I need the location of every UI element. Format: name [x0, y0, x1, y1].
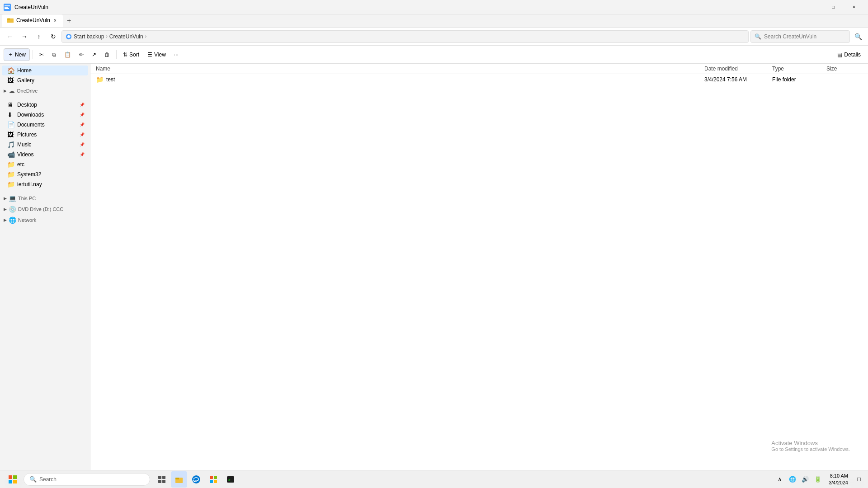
copy-button[interactable]: ⧉ [48, 48, 60, 61]
sidebar-item-music[interactable]: 🎵 Music 📌 [2, 140, 88, 150]
table-row[interactable]: 📁 test 3/4/2024 7:56 AM File folder [90, 74, 868, 85]
details-button[interactable]: ▤ Details [834, 50, 864, 60]
sidebar-gallery-label: Gallery [17, 77, 34, 84]
share-button[interactable]: ↗ [88, 48, 100, 61]
forward-button[interactable]: → [18, 30, 31, 43]
close-button[interactable]: × [844, 0, 864, 14]
sidebar-dvd-label: DVD Drive (D:) CCC [18, 206, 63, 212]
search-input[interactable] [764, 33, 846, 40]
svg-rect-22 [210, 480, 213, 483]
volume-tray-icon[interactable]: 🔊 [800, 474, 811, 485]
sidebar-group-dvd[interactable]: ▶ 💿 DVD Drive (D:) CCC [0, 204, 90, 215]
store-icon [209, 475, 218, 484]
system32-icon: 📁 [7, 171, 14, 178]
active-tab[interactable]: CreateUnVuln × [2, 14, 63, 27]
minimize-button[interactable]: − [802, 0, 823, 14]
terminal-icon: >_ [226, 475, 235, 484]
edge-taskbar-button[interactable] [188, 471, 204, 488]
file-list: 📁 test 3/4/2024 7:56 AM File folder [90, 74, 868, 85]
home-icon: 🏠 [7, 67, 14, 74]
network-tray-icon[interactable]: 🌐 [787, 474, 798, 485]
store-taskbar-button[interactable] [205, 471, 222, 488]
sidebar-documents-label: Documents [17, 122, 45, 128]
col-size[interactable]: Size [826, 66, 863, 72]
maximize-button[interactable]: □ [823, 0, 844, 14]
search-button[interactable]: 🔍 [852, 30, 864, 43]
sidebar-iertutil-label: iertutil.nay [17, 181, 42, 188]
onedrive-chevron: ▶ [4, 89, 7, 93]
sidebar-pictures-label: Pictures [17, 131, 37, 138]
new-icon: ＋ [8, 51, 13, 58]
svg-rect-12 [13, 480, 17, 483]
sidebar-group-this-pc[interactable]: ▶ 💻 This PC [0, 193, 90, 204]
col-date[interactable]: Date modified [704, 66, 772, 72]
start-button[interactable] [4, 471, 22, 488]
svg-rect-10 [13, 475, 17, 479]
tab-close-btn[interactable]: × [53, 17, 57, 24]
network-icon: 🌐 [9, 216, 16, 224]
sort-label: Sort [129, 52, 139, 58]
sidebar-group-network[interactable]: ▶ 🌐 Network [0, 215, 90, 225]
tab-label: CreateUnVuln [16, 17, 50, 23]
sidebar-item-desktop[interactable]: 🖥 Desktop 📌 [2, 100, 88, 110]
sidebar-item-pictures[interactable]: 🖼 Pictures 📌 [2, 130, 88, 140]
svg-rect-1 [5, 5, 10, 6]
view-button[interactable]: ☰ View [144, 48, 170, 61]
breadcrumb-sep1: › [106, 34, 107, 39]
sidebar-item-gallery[interactable]: 🖼 Gallery [2, 75, 88, 85]
sidebar-item-downloads[interactable]: ⬇ Downloads 📌 [2, 110, 88, 120]
content-area: Name Date modified Type Size 📁 test 3/4/… [90, 64, 868, 476]
sidebar-item-home[interactable]: 🏠 Home [2, 66, 88, 75]
sidebar-home-label: Home [17, 67, 32, 74]
dvd-icon: 💿 [9, 206, 16, 213]
svg-rect-18 [175, 478, 179, 479]
cut-button[interactable]: ✂ [36, 48, 47, 61]
terminal-taskbar-button[interactable]: >_ [222, 471, 239, 488]
delete-button[interactable]: 🗑 [101, 48, 113, 61]
sidebar-item-system32[interactable]: 📁 System32 [2, 169, 88, 179]
col-type[interactable]: Type [772, 66, 826, 72]
app-icon [4, 4, 11, 11]
task-view-button[interactable] [154, 471, 170, 488]
up-button[interactable]: ↑ [33, 30, 45, 43]
taskbar-search-bar[interactable]: 🔍 Search [24, 473, 150, 486]
file-explorer-taskbar-button[interactable] [171, 471, 187, 488]
file-name: test [106, 76, 115, 83]
breadcrumb[interactable]: Start backup › CreateUnVuln › [61, 30, 749, 43]
sidebar-item-etc[interactable]: 📁 etc [2, 160, 88, 169]
window-controls: − □ × [802, 0, 864, 14]
sort-icon: ⇅ [123, 52, 127, 58]
file-name-cell: 📁 test [96, 76, 704, 83]
svg-rect-16 [162, 480, 165, 483]
clock[interactable]: 8:10 AM 3/4/2024 [825, 473, 852, 486]
sidebar-group-onedrive[interactable]: ▶ ☁ OneDrive [0, 85, 90, 96]
col-name[interactable]: Name [96, 66, 704, 72]
sidebar-network-label: Network [18, 217, 36, 223]
tray-chevron[interactable]: ∧ [774, 474, 785, 485]
back-button[interactable]: ← [4, 30, 16, 43]
sidebar-item-documents[interactable]: 📄 Documents 📌 [2, 120, 88, 130]
tab-folder-icon [7, 17, 14, 23]
battery-tray-icon[interactable]: 🔋 [812, 474, 823, 485]
file-type: File folder [772, 76, 826, 83]
main-container: 🏠 Home 🖼 Gallery ▶ ☁ OneDrive 🖥 Desktop … [0, 64, 868, 476]
title-bar: CreateUnVuln − □ × [0, 0, 868, 14]
new-button[interactable]: ＋ New [4, 48, 30, 61]
search-bar[interactable]: 🔍 [750, 30, 850, 43]
notification-icon[interactable]: □ [854, 474, 864, 485]
more-button[interactable]: ··· [170, 48, 182, 61]
paste-button[interactable]: 📋 [61, 48, 75, 61]
svg-rect-3 [5, 8, 9, 9]
sidebar-item-iertutil[interactable]: 📁 iertutil.nay [2, 179, 88, 189]
window-title: CreateUnVuln [14, 4, 798, 10]
rename-button[interactable]: ✏ [75, 48, 87, 61]
etc-icon: 📁 [7, 161, 14, 168]
sort-button[interactable]: ⇅ Sort [119, 48, 143, 61]
new-tab-button[interactable]: + [63, 14, 75, 27]
sidebar-item-videos[interactable]: 📹 Videos 📌 [2, 150, 88, 160]
sidebar-desktop-label: Desktop [17, 102, 37, 108]
videos-pin: 📌 [80, 152, 85, 157]
address-bar: ← → ↑ ↻ Start backup › CreateUnVuln › 🔍 … [0, 28, 868, 46]
refresh-button[interactable]: ↻ [47, 30, 60, 43]
breadcrumb-sep2: › [145, 34, 146, 39]
